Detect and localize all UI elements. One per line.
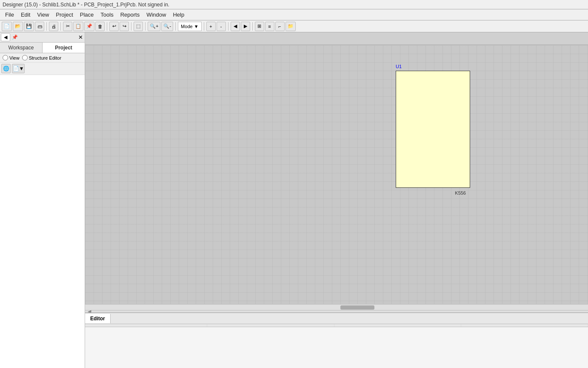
canvas-hscroll[interactable] (85, 304, 588, 310)
tree-doc-btn[interactable]: 📄▼ (12, 64, 25, 73)
structure-editor-radio[interactable] (22, 55, 28, 60)
toolbar-folder[interactable]: 📁 (285, 22, 296, 31)
bottom-table (85, 324, 588, 368)
panel-tabs: ◀ 📌 ✕ (0, 32, 85, 43)
main-layout: ◀ 📌 ✕ Workspace Project View Structure E… (0, 32, 588, 368)
toolbar-delete[interactable]: 🗑 (95, 22, 105, 31)
view-radio-bar: View Structure Editor (0, 53, 85, 63)
toolbar-new[interactable]: 📄 (2, 22, 12, 31)
component-u1: U1 K556 (396, 71, 470, 188)
toolbar-sep3 (107, 22, 107, 31)
menu-window[interactable]: Window (143, 10, 169, 19)
col-location (334, 324, 461, 327)
toolbar-zoom-in[interactable]: 🔍+ (148, 22, 160, 31)
toolbar-sep9 (252, 22, 253, 31)
toolbar-align[interactable]: ≡ (265, 22, 274, 31)
toolbar-sep5 (145, 22, 146, 31)
editor-tab[interactable]: Editor (85, 314, 111, 323)
toolbar-mode-dropdown[interactable]: Mode ▼ (178, 22, 201, 31)
view-radio-label[interactable]: View (3, 55, 20, 60)
right-area: U1 K556 ◀ Editor (85, 32, 588, 368)
title-bar: Designer (15.0) - Schlib1.SchLib * - PCB… (0, 0, 588, 9)
toolbar-copy[interactable]: 📋 (73, 22, 83, 31)
bottom-panel: Editor (85, 313, 588, 368)
toolbar-wire[interactable]: ⌐ (275, 22, 285, 31)
menu-view[interactable]: View (34, 10, 52, 19)
toolbar-sep1 (46, 22, 47, 31)
menu-project[interactable]: Project (52, 10, 76, 19)
structure-editor-radio-label[interactable]: Structure Editor (22, 55, 61, 60)
workspace-btn[interactable]: Workspace (0, 43, 43, 53)
bottom-tabs: Editor (85, 313, 588, 324)
col-model (85, 324, 207, 327)
menu-reports[interactable]: Reports (117, 10, 143, 19)
project-btn[interactable]: Project (43, 43, 85, 53)
panel-close-icon[interactable]: ✕ (77, 33, 84, 41)
left-panel: ◀ 📌 ✕ Workspace Project View Structure E… (0, 32, 85, 368)
toolbar: 📄 📂 💾 🗃 🖨 ✂ 📋 📌 🗑 ↩ ↪ ⬚ 🔍+ 🔍- Mode ▼ + -… (0, 20, 588, 32)
toolbar-undo[interactable]: ↩ (109, 22, 119, 31)
schematic-grid: U1 K556 (85, 45, 588, 304)
col-type (207, 324, 334, 327)
toolbar-component[interactable]: ⊞ (255, 22, 264, 31)
toolbar-zoom-out[interactable]: 🔍- (161, 22, 173, 31)
menu-tools[interactable]: Tools (97, 10, 117, 19)
canvas-area[interactable]: U1 K556 (85, 45, 588, 304)
toolbar-nav-left[interactable]: ◀ (231, 22, 240, 31)
dropdown-icon: ▼ (194, 24, 199, 29)
panel-tab-btn[interactable]: ◀ (1, 33, 10, 41)
toolbar-sep6 (175, 22, 176, 31)
panel-pin-icon[interactable]: 📌 (11, 34, 19, 41)
view-label: View (9, 55, 20, 60)
tree-globe-btn[interactable]: 🌐 (1, 64, 11, 73)
view-radio[interactable] (3, 55, 8, 60)
menu-file[interactable]: File (2, 10, 17, 19)
tab-bar (85, 32, 588, 45)
toolbar-sep8 (228, 22, 228, 31)
menu-place[interactable]: Place (77, 10, 97, 19)
toolbar-plus[interactable]: + (206, 22, 216, 31)
model-table (85, 324, 588, 327)
toolbar-sep7 (204, 22, 204, 31)
toolbar-save[interactable]: 💾 (24, 22, 34, 31)
component-body (396, 71, 470, 188)
tree-actions: 🌐 📄▼ (0, 63, 85, 75)
project-tree (0, 75, 85, 368)
toolbar-select[interactable]: ⬚ (134, 22, 143, 31)
mode-label: Mode (181, 24, 193, 29)
toolbar-minus[interactable]: - (217, 22, 226, 31)
menu-edit[interactable]: Edit (17, 10, 34, 19)
hscroll-thumb[interactable] (340, 305, 374, 310)
menu-help[interactable]: Help (169, 10, 188, 19)
toolbar-cut[interactable]: ✂ (63, 22, 72, 31)
toolbar-print[interactable]: 🖨 (49, 22, 58, 31)
structure-editor-label: Structure Editor (29, 55, 61, 60)
toolbar-redo[interactable]: ↪ (120, 22, 129, 31)
menu-bar: File Edit View Project Place Tools Repor… (0, 9, 588, 20)
toolbar-paste[interactable]: 📌 (84, 22, 94, 31)
toolbar-nav-right[interactable]: ▶ (241, 22, 250, 31)
toolbar-open[interactable]: 📂 (13, 22, 23, 31)
col-description (461, 324, 588, 327)
workspace-project-bar: Workspace Project (0, 43, 85, 53)
toolbar-sep2 (60, 22, 61, 31)
toolbar-save-all[interactable]: 🗃 (35, 22, 44, 31)
toolbar-sep4 (131, 22, 131, 31)
title-text: Designer (15.0) - Schlib1.SchLib * - PCB… (3, 2, 169, 8)
component-name: K556 (455, 190, 466, 196)
component-ref: U1 (396, 64, 402, 69)
